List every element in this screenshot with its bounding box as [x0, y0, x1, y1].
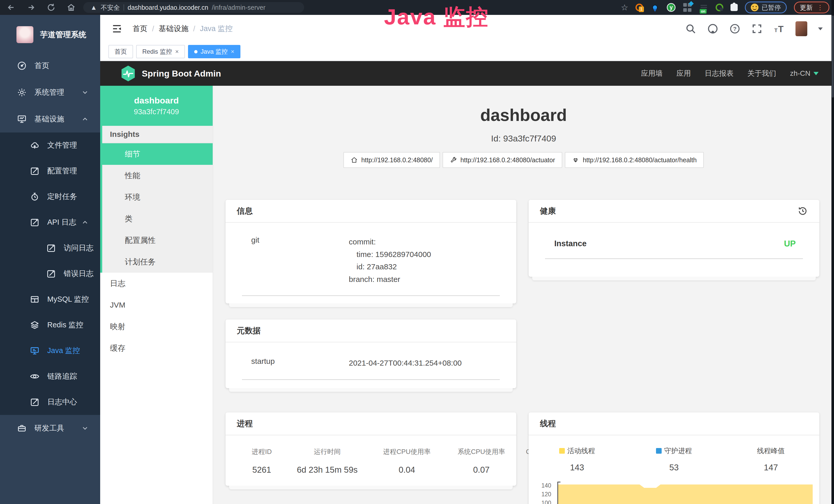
sidebar-item-scheduled-jobs[interactable]: 定时任务	[0, 184, 100, 209]
font-size-icon[interactable]: TT	[773, 23, 785, 35]
extension-magnifier-icon[interactable]	[716, 4, 723, 11]
sba-nav-关于我们[interactable]: 关于我们	[747, 69, 776, 78]
sba-nav: 应用墙应用日志报表关于我们	[641, 69, 776, 78]
svg-text:T: T	[774, 27, 778, 33]
process-card-title: 进程	[225, 412, 516, 435]
sba-insights-类[interactable]: 类	[102, 208, 213, 230]
menu-icon	[17, 423, 27, 433]
y-tick-100: 100	[535, 500, 551, 504]
history-icon[interactable]	[797, 206, 808, 216]
sba-app-card[interactable]: dashboard 93a3fc7f7409	[100, 86, 213, 126]
extension-pin-icon[interactable]	[650, 3, 660, 12]
legend-item: 线程峰值 147	[723, 446, 819, 473]
sba-insights-环境[interactable]: 环境	[102, 186, 213, 208]
extension-puzzle-icon[interactable]	[730, 4, 738, 11]
sidebar-item-dev-tools[interactable]: 研发工具	[0, 415, 100, 442]
tab-Java 监控[interactable]: Java 监控 ×	[188, 45, 240, 58]
home-icon[interactable]	[67, 3, 75, 12]
threads-legend: 活动线程 143 守护进程 53 线程峰值 147	[529, 446, 819, 473]
legend-value: 53	[626, 463, 722, 473]
sba-nav-应用[interactable]: 应用	[677, 69, 691, 78]
sidebar-item-system-mgmt[interactable]: 系统管理	[0, 79, 100, 106]
locale-selector[interactable]: zh-CN	[790, 69, 818, 77]
help-icon[interactable]: ?	[729, 23, 741, 35]
search-icon[interactable]	[685, 23, 696, 35]
sidebar-item-log-center[interactable]: 日志中心	[0, 389, 100, 415]
security-label[interactable]: 不安全	[101, 3, 120, 12]
menu-label: 访问日志	[64, 243, 93, 253]
screen: ▲️ 不安全 dashboard.yudao.iocoder.cn/infra/…	[0, 0, 834, 504]
app-logo-row[interactable]: 芋道管理系统	[0, 15, 100, 52]
metadata-value: 2021-04-27T00:44:31.254+08:00	[349, 357, 462, 369]
paused-badge[interactable]: 已暂停	[745, 2, 787, 13]
tab-label: Redis 监控	[142, 47, 172, 56]
sidebar-item-file-mgmt[interactable]: 文件管理	[0, 133, 100, 158]
spring-boot-admin-logo-icon[interactable]	[121, 65, 136, 82]
tab-首页[interactable]: 首页 ×	[108, 45, 133, 58]
menu-icon	[17, 114, 27, 124]
user-menu-caret-icon[interactable]	[818, 27, 823, 30]
chevron-icon	[81, 398, 89, 406]
warning-icon: ▲️	[90, 4, 97, 12]
menu-icon	[30, 295, 40, 304]
extension-y-icon[interactable]: y	[667, 3, 676, 12]
process-card: 进程 进程ID运行时间进程CPU使用率系统CPU使用率CPU核心数 52616d…	[225, 412, 516, 486]
instance-link[interactable]: http://192.168.0.2:48080/actuator	[443, 152, 562, 168]
fullscreen-icon[interactable]	[751, 23, 763, 35]
sba-nav-日志报表[interactable]: 日志报表	[705, 69, 733, 78]
scrollbar-thumb[interactable]	[832, 16, 834, 97]
sidebar-item-api-logs[interactable]: API 日志	[0, 209, 100, 235]
sba-insights-配置属性[interactable]: 配置属性	[102, 230, 213, 251]
sidebar-item-error-log[interactable]: 错误日志	[0, 261, 100, 287]
instance-link[interactable]: http://192.168.0.2:48080/	[344, 152, 440, 168]
sidebar-item-infrastructure[interactable]: 基础设施	[0, 106, 100, 133]
browser-menu-icon[interactable]: ⋮	[817, 6, 824, 8]
instance-link[interactable]: http://192.168.0.2:48080/actuator/health	[565, 152, 704, 168]
sidebar-item-tracing[interactable]: 链路追踪	[0, 364, 100, 389]
sidebar-item-home[interactable]: 首页	[0, 52, 100, 79]
sidebar-item-java-monitor[interactable]: Java 监控	[0, 338, 100, 364]
sidebar-item-redis-monitor[interactable]: Redis 监控	[0, 312, 100, 338]
menu-icon	[30, 140, 40, 150]
address-bar[interactable]: ▲️ 不安全 dashboard.yudao.iocoder.cn/infra/…	[83, 2, 304, 13]
legend-label: 线程峰值	[757, 446, 785, 456]
chevron-icon	[81, 89, 89, 96]
extension-orange-icon[interactable]: 1	[635, 4, 643, 11]
legend-swatch	[559, 448, 565, 454]
menu-label: 文件管理	[47, 140, 81, 151]
breadcrumb-infra[interactable]: 基础设施	[159, 24, 189, 34]
divider	[242, 379, 500, 380]
sidebar-item-mysql-monitor[interactable]: MySQL 监控	[0, 287, 100, 312]
sba-item-日志[interactable]: 日志	[100, 273, 213, 294]
sba-insights-计划任务[interactable]: 计划任务	[102, 251, 213, 273]
sidebar-item-config-mgmt[interactable]: 配置管理	[0, 158, 100, 184]
sba-brand-title[interactable]: Spring Boot Admin	[142, 69, 221, 78]
sba-item-JVM[interactable]: JVM	[100, 294, 213, 316]
breadcrumb-home[interactable]: 首页	[133, 24, 148, 34]
reload-icon[interactable]	[47, 3, 56, 12]
sba-insights-细节[interactable]: 细节	[102, 143, 213, 165]
page-scrollbar[interactable]	[831, 0, 834, 504]
back-icon[interactable]	[7, 3, 16, 12]
forward-icon[interactable]	[27, 3, 36, 12]
tab-close-icon[interactable]: ×	[175, 48, 179, 55]
bookmark-star-icon[interactable]: ☆	[621, 3, 628, 12]
info-card: 信息 git commit: time: 1596289704000 id: 2…	[225, 200, 516, 303]
tab-Redis 监控[interactable]: Redis 监控 ×	[136, 45, 185, 58]
sidebar-fold-icon[interactable]	[111, 23, 122, 34]
extension-grid-icon[interactable]	[683, 3, 692, 12]
github-icon[interactable]	[707, 23, 719, 35]
sidebar-item-access-log[interactable]: 访问日志	[0, 235, 100, 261]
sba-item-缓存[interactable]: 缓存	[100, 337, 213, 359]
breadcrumb-current: Java 监控	[200, 24, 233, 34]
tab-close-icon[interactable]: ×	[231, 48, 234, 55]
update-button[interactable]: 更新⋮	[794, 2, 829, 13]
sba-insights-性能[interactable]: 性能	[102, 165, 213, 186]
admin-menu: 首页 系统管理 基础设施 文件管理	[0, 52, 100, 442]
metadata-key: startup	[251, 357, 349, 369]
extension-list-icon[interactable]: on	[699, 3, 708, 12]
user-avatar[interactable]	[795, 21, 807, 36]
sba-nav-应用墙[interactable]: 应用墙	[641, 69, 663, 78]
sba-item-映射[interactable]: 映射	[100, 316, 213, 337]
threads-chart: 140 120 100	[535, 481, 814, 504]
